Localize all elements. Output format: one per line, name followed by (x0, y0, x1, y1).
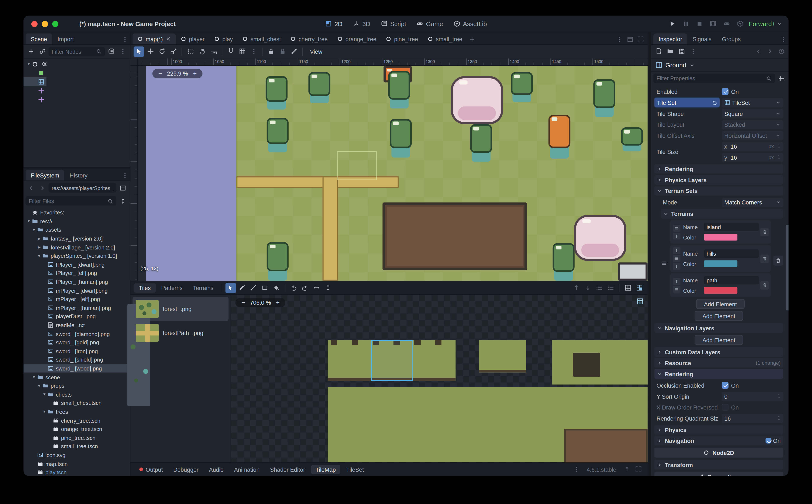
rotate-right-button[interactable] (300, 283, 310, 293)
expand-caret-icon[interactable] (42, 410, 47, 413)
move-tool-button[interactable] (145, 46, 155, 56)
renderer-selector[interactable]: Forward+ (749, 20, 782, 27)
delete-terrain-button[interactable] (760, 254, 769, 263)
section-rendering-node[interactable]: Rendering (654, 369, 783, 379)
atlas-zoom-level[interactable]: 706.0 % (250, 300, 271, 306)
2d-viewport[interactable]: 1000105011001150120012501300135014001450… (130, 58, 647, 281)
tile-paint-tool-button[interactable] (237, 283, 247, 293)
tile-size-y-spinner[interactable]: y 16 px (722, 153, 783, 162)
expand-caret-icon[interactable] (31, 375, 37, 379)
scene-tab[interactable]: play (209, 33, 237, 44)
deploy-button[interactable] (735, 18, 746, 29)
section-physics-layers[interactable]: Physics Layers (654, 175, 783, 185)
sort-files-button[interactable] (117, 196, 128, 206)
scene-dock-tab[interactable]: Import (52, 33, 79, 44)
editor-mode-button[interactable]: Script (377, 18, 410, 29)
current-path[interactable]: res://assets/playerSprites_ (49, 183, 116, 193)
add-terrain-set-button[interactable]: Add Element (695, 311, 743, 321)
attach-script-button[interactable] (106, 46, 116, 56)
rotate-left-button[interactable] (289, 283, 299, 293)
y-sort-origin-spinner[interactable]: 0 (722, 391, 783, 401)
stepper-arrows[interactable] (777, 144, 781, 149)
atlas-grid-toggle-icon[interactable] (623, 283, 633, 293)
file-row[interactable]: fPlayer_ [dwarf].png (24, 260, 130, 269)
scene-tab[interactable]: player (176, 33, 209, 44)
panel-splitter[interactable] (648, 32, 651, 476)
minimize-window-button[interactable] (42, 21, 48, 27)
file-row[interactable]: Favorites: (24, 208, 130, 217)
file-row[interactable]: playerDust_.png (24, 312, 130, 321)
tile-source-item[interactable]: forestPath_.png (133, 321, 228, 345)
filesystem-menu-icon[interactable] (120, 170, 130, 180)
expand-caret-icon[interactable] (31, 228, 37, 232)
tile-source-item[interactable]: forest_.png (133, 297, 228, 321)
delete-terrain-button[interactable] (760, 228, 769, 236)
source-sort-up-icon[interactable] (571, 283, 581, 293)
file-row[interactable]: sword_ [wood].png (24, 364, 130, 373)
focus-path-button[interactable] (117, 183, 128, 193)
bottom-panel-tab[interactable]: TileMap (311, 465, 340, 474)
zoom-out-button[interactable]: − (156, 70, 164, 77)
history-back-button[interactable] (753, 46, 763, 56)
add-navigation-layer-button[interactable]: Add Element (695, 335, 743, 345)
flip-vertical-button[interactable] (323, 283, 333, 293)
x-draw-order-checkbox[interactable] (722, 404, 729, 411)
save-resource-button[interactable] (676, 46, 687, 56)
new-scene-tab-button[interactable] (467, 34, 477, 44)
file-row[interactable]: scene (24, 373, 130, 381)
load-resource-button[interactable] (665, 46, 675, 56)
history-list-button[interactable] (776, 46, 786, 56)
filter-files-input[interactable]: Filter Files (25, 196, 116, 206)
tile-line-tool-button[interactable] (248, 283, 259, 293)
drag-handle-icon[interactable] (672, 225, 680, 231)
tile-layout-select[interactable]: Stacked (722, 120, 783, 129)
file-row[interactable]: props (24, 381, 130, 390)
file-row[interactable]: small_chest.tscn (24, 399, 130, 407)
map-canvas[interactable]: − 225.9 % + (25, 12) (138, 66, 648, 281)
section-resource[interactable]: Resource(1 change) (654, 358, 783, 368)
tile-offset-axis-select[interactable]: Horizontal Offset (722, 131, 783, 140)
terrain-name-input[interactable]: path (704, 276, 759, 284)
terrain-name-input[interactable]: hills (704, 249, 759, 257)
enabled-checkbox[interactable] (722, 88, 729, 95)
atlas-zoom-out-button[interactable]: − (240, 299, 247, 306)
skeleton-options-button[interactable] (289, 46, 299, 56)
scene-tab[interactable]: map(*) (133, 33, 176, 44)
expand-caret-icon[interactable] (37, 245, 42, 249)
property-row-tile-set[interactable]: Tile Set TileSet (654, 97, 783, 108)
movie-maker-button[interactable] (708, 18, 719, 29)
scene-tab[interactable]: orange_tree (332, 33, 381, 44)
terrain-name-input[interactable]: island (704, 222, 759, 231)
file-row[interactable]: sword_ [iron].png (24, 347, 130, 355)
grid-snap-button[interactable] (237, 46, 247, 56)
snap-options-icon[interactable] (248, 46, 259, 56)
scene-tree-row[interactable]: ColorRect (24, 68, 47, 77)
section-custom-data-layers[interactable]: Custom Data Layers (654, 347, 783, 357)
file-row[interactable]: mPlayer_ [human].png (24, 303, 130, 312)
file-row[interactable]: forestVillage_ [version 2.0] (24, 243, 130, 252)
scene-tree-row[interactable]: Props (24, 86, 47, 95)
section-terrain-sets[interactable]: Terrain Sets (654, 186, 783, 196)
view-menu-button[interactable]: View (306, 46, 326, 56)
statusbar-menu-icon[interactable] (571, 464, 581, 474)
expand-caret-icon[interactable] (37, 254, 42, 258)
history-forward-button[interactable] (764, 46, 775, 56)
lock-node-button[interactable] (266, 46, 276, 56)
expand-caret-icon[interactable] (26, 62, 31, 66)
file-row[interactable]: fPlayer_ [elf].png (24, 269, 130, 277)
quadrant-size-spinner[interactable]: 16 (722, 414, 783, 423)
file-row[interactable]: cherry_tree.tscn (24, 416, 130, 425)
section-rendering-tileset[interactable]: Rendering (654, 164, 783, 174)
filesystem-dock-tab[interactable]: FileSystem (25, 170, 64, 181)
file-row[interactable]: mPlayer_ [dwarf].png (24, 286, 130, 295)
move-up-button[interactable] (672, 247, 680, 254)
stop-button[interactable] (695, 18, 705, 29)
section-navigation[interactable]: Navigation On (654, 436, 783, 446)
close-window-button[interactable] (31, 21, 37, 27)
delete-terrain-set-button[interactable] (773, 256, 783, 266)
file-row[interactable]: orange_tree.tscn (24, 425, 130, 433)
category-canvasitem[interactable]: CanvasItem (654, 472, 783, 476)
edited-node-selector[interactable]: Ground (651, 58, 788, 72)
make-floating-icon[interactable] (625, 34, 635, 44)
scene-tree-row[interactable]: Ground (24, 77, 47, 86)
